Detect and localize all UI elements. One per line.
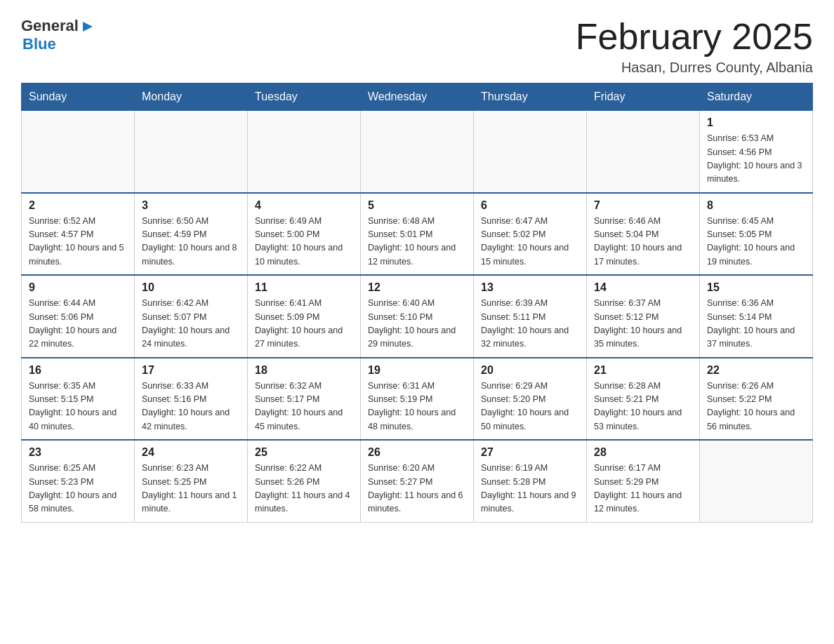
calendar-header-row: SundayMondayTuesdayWednesdayThursdayFrid…: [22, 83, 813, 111]
day-number: 19: [368, 364, 466, 377]
day-number: 4: [255, 199, 353, 212]
day-info: Sunrise: 6:50 AM Sunset: 4:59 PM Dayligh…: [142, 215, 240, 269]
day-number: 3: [142, 199, 240, 212]
calendar-day-cell: 23Sunrise: 6:25 AM Sunset: 5:23 PM Dayli…: [22, 440, 135, 522]
day-number: 20: [481, 364, 579, 377]
calendar-day-cell: 3Sunrise: 6:50 AM Sunset: 4:59 PM Daylig…: [135, 193, 248, 276]
day-info: Sunrise: 6:53 AM Sunset: 4:56 PM Dayligh…: [707, 132, 805, 187]
calendar-week-row: 16Sunrise: 6:35 AM Sunset: 5:15 PM Dayli…: [22, 358, 813, 441]
calendar-day-cell: [361, 111, 474, 193]
day-info: Sunrise: 6:39 AM Sunset: 5:11 PM Dayligh…: [481, 297, 579, 351]
column-header-saturday: Saturday: [700, 83, 813, 111]
calendar-day-cell: 13Sunrise: 6:39 AM Sunset: 5:11 PM Dayli…: [474, 275, 587, 358]
calendar-week-row: 2Sunrise: 6:52 AM Sunset: 4:57 PM Daylig…: [22, 193, 813, 276]
day-number: 9: [29, 281, 127, 294]
day-number: 2: [29, 199, 127, 212]
calendar-day-cell: 27Sunrise: 6:19 AM Sunset: 5:28 PM Dayli…: [474, 440, 587, 522]
day-number: 26: [368, 446, 466, 459]
calendar-week-row: 23Sunrise: 6:25 AM Sunset: 5:23 PM Dayli…: [22, 440, 813, 522]
day-info: Sunrise: 6:42 AM Sunset: 5:07 PM Dayligh…: [142, 297, 240, 351]
column-header-thursday: Thursday: [474, 83, 587, 111]
calendar-day-cell: 15Sunrise: 6:36 AM Sunset: 5:14 PM Dayli…: [700, 275, 813, 358]
day-info: Sunrise: 6:33 AM Sunset: 5:16 PM Dayligh…: [142, 380, 240, 434]
calendar-day-cell: 17Sunrise: 6:33 AM Sunset: 5:16 PM Dayli…: [135, 358, 248, 441]
page-header: General Blue February 2025 Hasan, Durres…: [21, 17, 813, 76]
day-number: 11: [255, 281, 353, 294]
day-number: 16: [29, 364, 127, 377]
title-block: February 2025 Hasan, Durres County, Alba…: [576, 17, 813, 76]
calendar-day-cell: 25Sunrise: 6:22 AM Sunset: 5:26 PM Dayli…: [248, 440, 361, 522]
logo-arrow-icon: [80, 19, 95, 34]
day-info: Sunrise: 6:49 AM Sunset: 5:00 PM Dayligh…: [255, 215, 353, 269]
calendar-day-cell: 8Sunrise: 6:45 AM Sunset: 5:05 PM Daylig…: [700, 193, 813, 276]
calendar-day-cell: 2Sunrise: 6:52 AM Sunset: 4:57 PM Daylig…: [22, 193, 135, 276]
calendar-title: February 2025: [576, 17, 813, 57]
day-info: Sunrise: 6:25 AM Sunset: 5:23 PM Dayligh…: [29, 462, 127, 516]
calendar-day-cell: 19Sunrise: 6:31 AM Sunset: 5:19 PM Dayli…: [361, 358, 474, 441]
calendar-day-cell: 6Sunrise: 6:47 AM Sunset: 5:02 PM Daylig…: [474, 193, 587, 276]
day-info: Sunrise: 6:46 AM Sunset: 5:04 PM Dayligh…: [594, 215, 692, 269]
day-info: Sunrise: 6:47 AM Sunset: 5:02 PM Dayligh…: [481, 215, 579, 269]
column-header-sunday: Sunday: [22, 83, 135, 111]
day-info: Sunrise: 6:36 AM Sunset: 5:14 PM Dayligh…: [707, 297, 805, 351]
logo-general-text: General: [21, 17, 79, 35]
calendar-day-cell: 22Sunrise: 6:26 AM Sunset: 5:22 PM Dayli…: [700, 358, 813, 441]
calendar-day-cell: [700, 440, 813, 522]
calendar-day-cell: 20Sunrise: 6:29 AM Sunset: 5:20 PM Dayli…: [474, 358, 587, 441]
day-info: Sunrise: 6:41 AM Sunset: 5:09 PM Dayligh…: [255, 297, 353, 351]
day-info: Sunrise: 6:31 AM Sunset: 5:19 PM Dayligh…: [368, 380, 466, 434]
column-header-monday: Monday: [135, 83, 248, 111]
day-info: Sunrise: 6:32 AM Sunset: 5:17 PM Dayligh…: [255, 380, 353, 434]
calendar-day-cell: 28Sunrise: 6:17 AM Sunset: 5:29 PM Dayli…: [587, 440, 700, 522]
calendar-day-cell: 4Sunrise: 6:49 AM Sunset: 5:00 PM Daylig…: [248, 193, 361, 276]
day-info: Sunrise: 6:37 AM Sunset: 5:12 PM Dayligh…: [594, 297, 692, 351]
column-header-wednesday: Wednesday: [361, 83, 474, 111]
calendar-day-cell: 1Sunrise: 6:53 AM Sunset: 4:56 PM Daylig…: [700, 111, 813, 193]
day-info: Sunrise: 6:28 AM Sunset: 5:21 PM Dayligh…: [594, 380, 692, 434]
calendar-subtitle: Hasan, Durres County, Albania: [576, 60, 813, 76]
svg-marker-0: [83, 22, 93, 32]
calendar-day-cell: 9Sunrise: 6:44 AM Sunset: 5:06 PM Daylig…: [22, 275, 135, 358]
day-info: Sunrise: 6:48 AM Sunset: 5:01 PM Dayligh…: [368, 215, 466, 269]
column-header-tuesday: Tuesday: [248, 83, 361, 111]
day-number: 17: [142, 364, 240, 377]
calendar-day-cell: 11Sunrise: 6:41 AM Sunset: 5:09 PM Dayli…: [248, 275, 361, 358]
column-header-friday: Friday: [587, 83, 700, 111]
day-number: 7: [594, 199, 692, 212]
day-number: 12: [368, 281, 466, 294]
calendar-day-cell: 21Sunrise: 6:28 AM Sunset: 5:21 PM Dayli…: [587, 358, 700, 441]
calendar-day-cell: 5Sunrise: 6:48 AM Sunset: 5:01 PM Daylig…: [361, 193, 474, 276]
day-info: Sunrise: 6:17 AM Sunset: 5:29 PM Dayligh…: [594, 462, 692, 516]
calendar-day-cell: 14Sunrise: 6:37 AM Sunset: 5:12 PM Dayli…: [587, 275, 700, 358]
day-info: Sunrise: 6:52 AM Sunset: 4:57 PM Dayligh…: [29, 215, 127, 269]
logo-line1: General: [21, 17, 95, 35]
day-number: 28: [594, 446, 692, 459]
calendar-day-cell: 10Sunrise: 6:42 AM Sunset: 5:07 PM Dayli…: [135, 275, 248, 358]
logo: General Blue: [21, 17, 95, 53]
day-info: Sunrise: 6:40 AM Sunset: 5:10 PM Dayligh…: [368, 297, 466, 351]
day-info: Sunrise: 6:29 AM Sunset: 5:20 PM Dayligh…: [481, 380, 579, 434]
calendar-day-cell: 18Sunrise: 6:32 AM Sunset: 5:17 PM Dayli…: [248, 358, 361, 441]
day-info: Sunrise: 6:26 AM Sunset: 5:22 PM Dayligh…: [707, 380, 805, 434]
day-number: 10: [142, 281, 240, 294]
day-info: Sunrise: 6:19 AM Sunset: 5:28 PM Dayligh…: [481, 462, 579, 516]
calendar-week-row: 1Sunrise: 6:53 AM Sunset: 4:56 PM Daylig…: [22, 111, 813, 193]
day-number: 22: [707, 364, 805, 377]
day-info: Sunrise: 6:20 AM Sunset: 5:27 PM Dayligh…: [368, 462, 466, 516]
day-number: 6: [481, 199, 579, 212]
day-number: 8: [707, 199, 805, 212]
day-number: 24: [142, 446, 240, 459]
calendar-day-cell: [135, 111, 248, 193]
day-number: 25: [255, 446, 353, 459]
day-info: Sunrise: 6:22 AM Sunset: 5:26 PM Dayligh…: [255, 462, 353, 516]
calendar-day-cell: [587, 111, 700, 193]
day-number: 15: [707, 281, 805, 294]
calendar-day-cell: 26Sunrise: 6:20 AM Sunset: 5:27 PM Dayli…: [361, 440, 474, 522]
calendar-day-cell: 12Sunrise: 6:40 AM Sunset: 5:10 PM Dayli…: [361, 275, 474, 358]
calendar-week-row: 9Sunrise: 6:44 AM Sunset: 5:06 PM Daylig…: [22, 275, 813, 358]
calendar-day-cell: 7Sunrise: 6:46 AM Sunset: 5:04 PM Daylig…: [587, 193, 700, 276]
day-info: Sunrise: 6:23 AM Sunset: 5:25 PM Dayligh…: [142, 462, 240, 516]
calendar-day-cell: 24Sunrise: 6:23 AM Sunset: 5:25 PM Dayli…: [135, 440, 248, 522]
day-number: 18: [255, 364, 353, 377]
day-info: Sunrise: 6:44 AM Sunset: 5:06 PM Dayligh…: [29, 297, 127, 351]
